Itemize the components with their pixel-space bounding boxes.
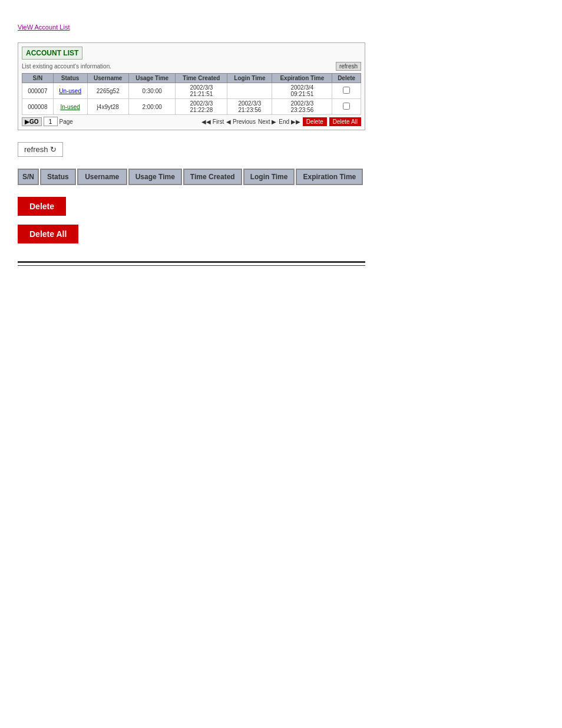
header-row-big: S/N Status Username Usage Time Time Crea…	[18, 169, 544, 185]
cell-expiration-time: 2002/3/3 23:23:56	[272, 99, 332, 115]
delete-button-small[interactable]: Delete	[303, 117, 327, 126]
table-row: 000008In-usedj4x9yt282:00:002002/3/3 21:…	[22, 99, 361, 115]
col-usage-time: Usage Time	[128, 74, 175, 83]
prev-link[interactable]: ◀ Previous	[226, 118, 256, 125]
cell-time-created: 2002/3/3 21:22:28	[176, 99, 227, 115]
col-username: Username	[87, 74, 128, 83]
big-col-expiration-time: Expiration Time	[296, 169, 363, 185]
cell-status[interactable]: In-used	[53, 99, 87, 115]
cell-login-time: 2002/3/3 21:23:56	[227, 99, 272, 115]
account-table: S/N Status Username Usage Time Time Crea…	[22, 73, 361, 115]
cell-sn: 000007	[22, 83, 54, 99]
first-link[interactable]: ◀◀ First	[201, 118, 224, 125]
cell-expiration-time: 2002/3/4 09:21:51	[272, 83, 332, 99]
cell-usage-time: 0:30:00	[128, 83, 175, 99]
table-row: 000007Un-used2265g520:30:002002/3/3 21:2…	[22, 83, 361, 99]
end-link[interactable]: End ▶▶	[279, 118, 300, 125]
big-col-login-time: Login Time	[243, 169, 295, 185]
delete-all-button-big[interactable]: Delete All	[18, 225, 78, 243]
view-account-list-link[interactable]: VieW Account List	[18, 24, 70, 31]
cell-username: j4x9yt28	[87, 99, 128, 115]
go-button[interactable]: ▶GO	[22, 117, 42, 126]
account-panel: ACCOUNT LIST List existing account's inf…	[18, 42, 365, 130]
refresh-icon: ↻	[50, 145, 57, 154]
cell-sn: 000008	[22, 99, 54, 115]
col-status: Status	[53, 74, 87, 83]
panel-subtitle: List existing account's information.	[22, 63, 111, 70]
cell-usage-time: 2:00:00	[128, 99, 175, 115]
next-link[interactable]: Next ▶	[258, 118, 276, 125]
big-col-sn: S/N	[18, 169, 39, 185]
col-login-time: Login Time	[227, 74, 272, 83]
divider-thick	[18, 261, 365, 263]
table-bottom: ▶GO Page ◀◀ First ◀ Previous Next ▶ End …	[22, 117, 361, 126]
cell-username: 2265g52	[87, 83, 128, 99]
divider-thin	[18, 265, 365, 266]
panel-title: ACCOUNT LIST	[22, 47, 82, 60]
page-label: Page	[59, 118, 73, 125]
col-delete: Delete	[332, 74, 361, 83]
refresh-label-big: refresh	[24, 145, 48, 154]
delete-checkbox[interactable]	[343, 87, 350, 94]
cell-time-created: 2002/3/3 21:21:51	[176, 83, 227, 99]
col-time-created: Time Created	[176, 74, 227, 83]
big-col-usage-time: Usage Time	[128, 169, 182, 185]
big-section: refresh↻ S/N Status Username Usage Time …	[18, 142, 544, 266]
page-input[interactable]	[44, 117, 58, 126]
cell-login-time	[227, 83, 272, 99]
col-sn: S/N	[22, 74, 54, 83]
delete-button-big[interactable]: Delete	[18, 197, 66, 216]
cell-delete-checkbox[interactable]	[332, 83, 361, 99]
cell-status[interactable]: Un-used	[53, 83, 87, 99]
refresh-button-big[interactable]: refresh↻	[18, 142, 63, 157]
delete-all-button-small[interactable]: Delete All	[329, 117, 361, 126]
big-col-username: Username	[77, 169, 127, 185]
delete-checkbox[interactable]	[343, 103, 350, 110]
cell-delete-checkbox[interactable]	[332, 99, 361, 115]
col-expiration-time: Expiration Time	[272, 74, 332, 83]
refresh-button-small[interactable]: refresh	[336, 62, 361, 71]
big-col-time-created: Time Created	[183, 169, 242, 185]
big-col-status: Status	[40, 169, 76, 185]
table-header-row: S/N Status Username Usage Time Time Crea…	[22, 74, 361, 83]
